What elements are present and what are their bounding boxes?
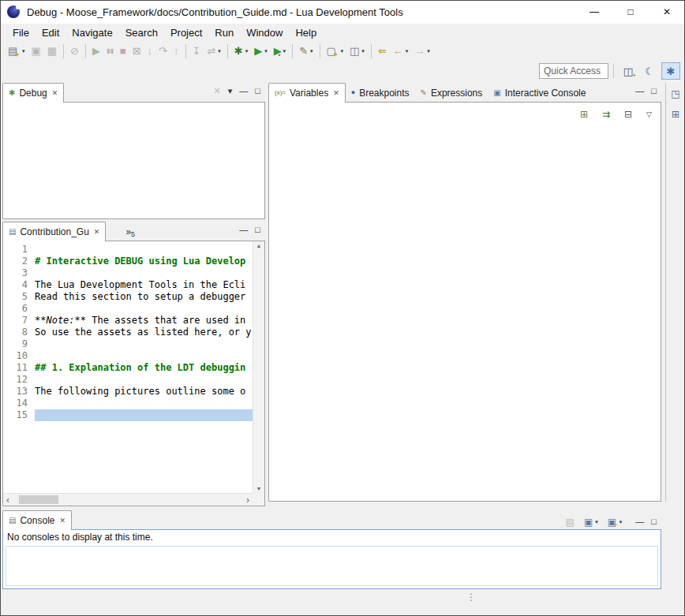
tab-contribution-guide[interactable]: ▤ Contribution_Gu ✕ xyxy=(2,222,106,241)
minimized-view-bar: ◳⊞ xyxy=(665,83,685,502)
debug-perspective-button[interactable]: ✱ xyxy=(661,62,680,80)
scroll-down-icon[interactable]: ▼ xyxy=(256,486,262,491)
maximize-window-button[interactable]: □ xyxy=(612,0,649,24)
drop-to-frame-icon: ↧ xyxy=(193,45,201,58)
minimize-view-button[interactable]: — xyxy=(635,87,644,95)
tab-console[interactable]: ▤ Console ✕ xyxy=(2,510,72,530)
tab-interactive-console[interactable]: ▣Interactive Console xyxy=(488,83,591,103)
menu-file[interactable]: File xyxy=(6,25,36,40)
show-logical-structures-button[interactable]: ⇉ xyxy=(599,106,613,122)
code-segment: The following pictures outline some o xyxy=(35,386,245,397)
menu-edit[interactable]: Edit xyxy=(36,25,66,40)
line-number: 7 xyxy=(3,315,28,327)
use-step-filters-button[interactable]: ⇌▾ xyxy=(204,43,223,59)
toolbar-separator xyxy=(371,44,372,58)
maximize-view-button[interactable]: □ xyxy=(651,517,657,526)
external-tools-button[interactable]: ▶▪▾ xyxy=(271,43,289,60)
display-selected-console-button[interactable]: ▣▾ xyxy=(581,514,601,530)
collapse-all-button[interactable]: ⊟ xyxy=(621,106,635,122)
vertical-scrollbar[interactable]: ▲ ▼ xyxy=(253,241,264,493)
tab-breakpoints[interactable]: ●Breakpoints xyxy=(346,83,415,103)
back-button[interactable]: ←▾ xyxy=(390,43,412,59)
code-line xyxy=(35,398,253,409)
tab-label: Variables xyxy=(290,88,328,99)
open-element-button[interactable]: ◫▾ xyxy=(346,43,368,59)
dropdown-arrow-icon: ▾ xyxy=(22,48,25,54)
scroll-up-icon[interactable]: ▲ xyxy=(256,243,262,248)
skip-all-breakpoints-button[interactable]: ⊘ xyxy=(67,43,82,59)
open-console-page-button[interactable]: ▤ xyxy=(563,514,578,530)
debug-button[interactable]: ✱▾ xyxy=(231,43,251,59)
remove-all-terminated-button[interactable]: ✕ xyxy=(214,87,221,95)
forward-button[interactable]: →▾ xyxy=(411,43,433,59)
dropdown-arrow-icon: ▾ xyxy=(283,48,286,54)
code-line xyxy=(35,267,253,279)
run-button[interactable]: ▶▾ xyxy=(251,43,271,59)
view-menu-button[interactable]: ▽ xyxy=(643,106,655,122)
console-message: No consoles to display at this time. xyxy=(7,532,153,543)
disconnect-button[interactable]: ⊠ xyxy=(129,43,144,59)
scroll-right-icon[interactable]: › xyxy=(243,495,253,505)
horizontal-scrollbar[interactable]: ‹ › xyxy=(3,493,253,506)
code-segment: The Lua Development Tools in the Ecli xyxy=(35,279,245,290)
sash-grip[interactable]: ⋮ xyxy=(466,592,476,603)
scrollbar-thumb[interactable] xyxy=(19,495,58,504)
line-number: 4 xyxy=(3,279,28,291)
show-type-names-button[interactable]: ⊞ xyxy=(577,106,591,122)
step-over-button[interactable]: ↷ xyxy=(155,43,170,59)
view-menu-button[interactable]: ▾ xyxy=(228,87,233,95)
tab-debug[interactable]: ✱ Debug ✕ xyxy=(2,83,64,103)
menu-window[interactable]: Window xyxy=(240,25,289,40)
menu-run[interactable]: Run xyxy=(208,25,240,40)
menu-navigate[interactable]: Navigate xyxy=(66,25,118,40)
menu-search[interactable]: Search xyxy=(119,25,164,40)
last-edit-location-button[interactable]: ⇚ xyxy=(375,43,390,59)
minimized-view-button[interactable]: ⊞ xyxy=(668,107,683,121)
new-wizard-button[interactable]: ▢✦▾ xyxy=(324,43,347,60)
restore-view-button[interactable]: ◳ xyxy=(668,87,683,101)
terminate-button[interactable]: ■ xyxy=(117,43,129,59)
variables-toolbar: ⊞⇉⊟▽ xyxy=(577,106,655,122)
tab-overflow-chevron[interactable]: » 5 xyxy=(125,225,135,238)
menu-help[interactable]: Help xyxy=(289,25,323,40)
close-tab-icon[interactable]: ✕ xyxy=(52,89,58,97)
titlebar: Debug - Moose_Framework/docs/Contributio… xyxy=(0,0,685,24)
search-button[interactable]: ✎▾ xyxy=(296,43,316,59)
code-line: So use the assets as listed here, or y xyxy=(35,327,253,338)
chevron-more-icon: » xyxy=(125,226,131,237)
maximize-view-button[interactable]: □ xyxy=(255,226,260,234)
drop-to-frame-button[interactable]: ↧ xyxy=(189,43,204,59)
debug-view-icon: ✱ xyxy=(9,89,15,97)
minimize-view-button[interactable]: — xyxy=(635,517,644,526)
menu-project[interactable]: Project xyxy=(164,25,208,40)
maximize-view-button[interactable]: □ xyxy=(255,87,260,95)
tab-expressions[interactable]: ✎Expressions xyxy=(415,83,488,103)
minimize-view-button[interactable]: — xyxy=(239,87,248,95)
close-window-button[interactable]: ✕ xyxy=(649,0,685,24)
step-return-button[interactable]: ↑ xyxy=(170,43,182,59)
minimize-view-button[interactable]: — xyxy=(239,226,248,234)
open-console-button[interactable]: ▣+▾ xyxy=(605,513,626,530)
quick-access-input[interactable] xyxy=(539,63,608,79)
step-into-button[interactable]: ↓ xyxy=(144,43,156,59)
code-area[interactable]: # Interactive DEBUG using Lua DevelopThe… xyxy=(35,241,253,493)
open-perspective-button[interactable]: ◫+ xyxy=(619,62,638,80)
close-tab-icon[interactable]: ✕ xyxy=(59,517,66,525)
minimize-window-button[interactable]: — xyxy=(576,0,612,24)
new-button[interactable]: ▤✦▾ xyxy=(5,43,28,60)
ldt-perspective-button[interactable]: ☾ xyxy=(640,62,659,80)
dropdown-arrow-icon: ▾ xyxy=(264,48,268,54)
print-button[interactable]: ▦ xyxy=(44,43,60,59)
scroll-left-icon[interactable]: ‹ xyxy=(3,495,13,505)
code-line: Read this section to setup a debugger xyxy=(35,291,253,303)
close-tab-icon[interactable]: ✕ xyxy=(333,89,339,97)
app-icon xyxy=(7,6,20,18)
save-button[interactable]: ▣ xyxy=(28,43,44,59)
close-tab-icon[interactable]: ✕ xyxy=(94,228,100,236)
suspend-button[interactable]: ▮▮ xyxy=(103,43,117,59)
line-number-gutter[interactable]: 123456789101112131415 xyxy=(3,241,33,493)
tab-variables[interactable]: (x)=Variables✕ xyxy=(268,83,346,103)
maximize-view-button[interactable]: □ xyxy=(651,87,657,95)
open-perspective-icon: ◫ xyxy=(623,65,633,77)
resume-button[interactable]: ▶ xyxy=(89,43,103,59)
